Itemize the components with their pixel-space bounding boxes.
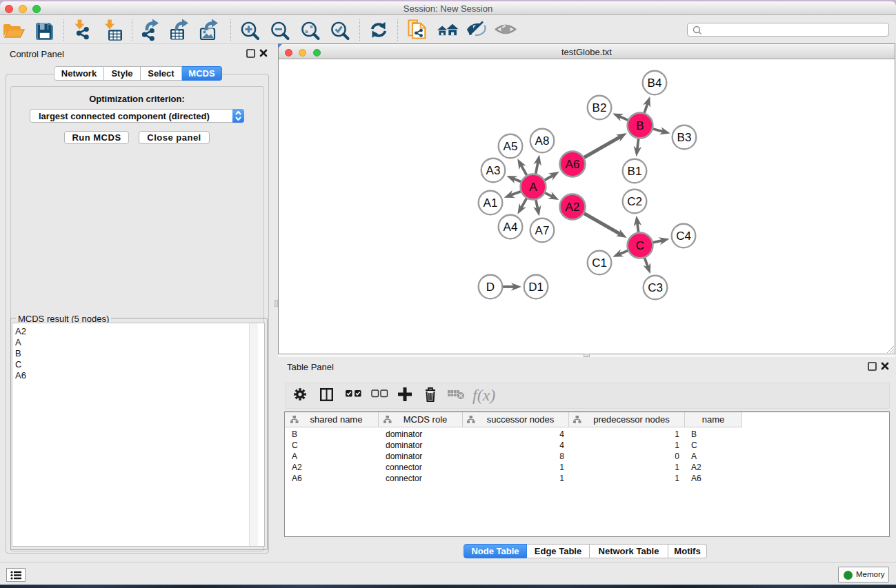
svg-text:B: B	[636, 119, 644, 132]
svg-text:B3: B3	[677, 131, 692, 144]
svg-text:B4: B4	[648, 77, 662, 90]
svg-text:A6: A6	[566, 158, 580, 171]
svg-text:f(x): f(x)	[472, 386, 495, 404]
svg-text:A: A	[529, 181, 537, 194]
svg-text:A4: A4	[504, 221, 518, 234]
svg-text:A8: A8	[535, 134, 550, 148]
svg-text:C2: C2	[627, 195, 642, 208]
svg-text:C3: C3	[648, 281, 663, 294]
svg-text:D: D	[486, 281, 495, 294]
svg-text:D1: D1	[528, 281, 544, 294]
svg-text:C4: C4	[676, 230, 691, 243]
svg-text:A2: A2	[566, 201, 580, 214]
svg-text:A3: A3	[486, 164, 501, 177]
svg-text:B1: B1	[628, 165, 642, 178]
svg-text:C: C	[636, 239, 644, 252]
svg-text:A1: A1	[484, 196, 498, 210]
svg-text:C1: C1	[592, 256, 607, 270]
svg-text:A7: A7	[535, 224, 550, 237]
svg-text:B2: B2	[593, 101, 607, 114]
svg-text:A5: A5	[504, 140, 518, 153]
